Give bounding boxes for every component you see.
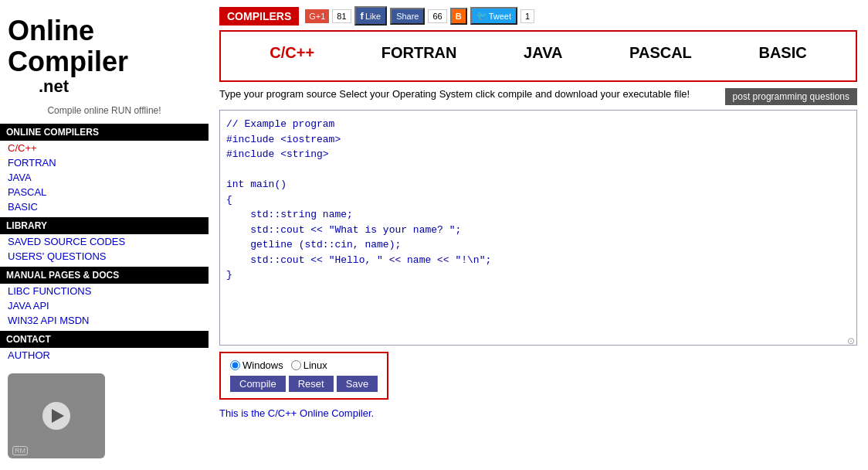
gplus-label: G+1 <box>309 12 325 21</box>
sidebar-item-basic[interactable]: BASIC <box>0 199 209 214</box>
compile-section: Windows Linux Compile Reset Save <box>219 352 388 400</box>
lang-nav: C/C++ FORTRAN JAVA PASCAL BASIC <box>219 30 857 82</box>
os-linux-label[interactable]: Linux <box>291 359 327 371</box>
code-editor[interactable] <box>220 111 856 342</box>
os-linux-text: Linux <box>303 359 327 371</box>
b-label: B <box>456 12 462 21</box>
sidebar-item-win32[interactable]: WIN32 API MSDN <box>0 313 209 328</box>
lang-pascal-link[interactable]: PASCAL <box>614 38 707 68</box>
manual-header: MANUAL PAGES & DOCS <box>0 267 209 284</box>
sidebar-item-java-api[interactable]: JAVA API <box>0 298 209 313</box>
footer-note: This is the C/C++ Online Compiler. <box>219 407 857 419</box>
lang-java-link[interactable]: JAVA <box>508 38 578 68</box>
logo-area: Online Compiler .net <box>0 8 209 100</box>
online-compilers-header: ONLINE COMPILERS <box>0 124 209 141</box>
sidebar-item-pascal[interactable]: PASCAL <box>0 185 209 199</box>
play-icon <box>52 409 64 423</box>
fb-icon: f <box>361 10 364 22</box>
tweet-bird-icon: 🐦 <box>476 11 487 21</box>
fb-like-button[interactable]: f Like <box>354 6 388 26</box>
lang-basic-link[interactable]: BASIC <box>743 38 822 68</box>
fb-count: 66 <box>428 9 446 23</box>
code-editor-wrapper: ⊙ <box>219 110 857 346</box>
sidebar-item-saved-source-codes[interactable]: SAVED SOURCE CODES <box>0 234 209 249</box>
b-button[interactable]: B <box>450 8 467 25</box>
sidebar-item-fortran[interactable]: FORTRAN <box>0 155 209 170</box>
video-thumbnail[interactable]: RM <box>8 373 105 458</box>
os-row: Windows Linux <box>230 359 378 371</box>
lang-cc-link[interactable]: C/C++ <box>254 38 330 68</box>
sidebar-item-author[interactable]: AUTHOR <box>0 348 209 363</box>
play-button[interactable] <box>42 402 70 430</box>
os-windows-text: Windows <box>242 359 283 371</box>
social-bar: G+1 81 f Like Share 66 B 🐦 Tweet 1 <box>305 6 534 26</box>
main-content: COMPILERS G+1 81 f Like Share 66 B � <box>209 0 868 470</box>
logo-line1: Online <box>8 15 201 46</box>
reset-button[interactable]: Reset <box>289 376 334 392</box>
sidebar-item-java[interactable]: JAVA <box>0 170 209 185</box>
rm-label: RM <box>12 446 28 455</box>
sidebar-item-users-questions[interactable]: USERS' QUESTIONS <box>0 249 209 264</box>
compilers-badge[interactable]: COMPILERS <box>219 7 299 26</box>
os-linux-radio[interactable] <box>291 360 301 370</box>
compile-button[interactable]: Compile <box>230 376 286 392</box>
gplus-count: 81 <box>332 9 351 23</box>
post-programming-button[interactable]: post programming questions <box>725 88 857 105</box>
library-header: LIBRARY <box>0 217 209 234</box>
top-bar: COMPILERS G+1 81 f Like Share 66 B � <box>219 6 857 26</box>
os-windows-radio[interactable] <box>230 360 240 370</box>
save-button[interactable]: Save <box>337 376 378 392</box>
tweet-count: 1 <box>520 9 534 23</box>
description-area: post programming questions Type your pro… <box>219 88 857 105</box>
contact-header: CONTACT <box>0 331 209 348</box>
tweet-label: Tweet <box>489 12 511 21</box>
os-windows-label[interactable]: Windows <box>230 359 283 371</box>
description-text: Type your program source Select your Ope… <box>219 88 690 100</box>
sidebar-item-libc[interactable]: LIBC FUNCTIONS <box>0 284 209 298</box>
resize-handle-icon[interactable]: ⊙ <box>847 335 855 343</box>
fb-like-label: Like <box>365 12 381 21</box>
gplus-button[interactable]: G+1 <box>305 9 329 23</box>
tweet-button[interactable]: 🐦 Tweet <box>470 7 517 25</box>
fb-share-label: Share <box>396 12 419 21</box>
fb-share-button[interactable]: Share <box>390 8 425 25</box>
lang-fortran-link[interactable]: FORTRAN <box>366 38 473 68</box>
sidebar-item-cc[interactable]: C/C++ <box>0 141 209 155</box>
btn-row: Compile Reset Save <box>230 376 378 392</box>
logo-line3: .net <box>8 77 201 97</box>
sidebar: Online Compiler .net Compile online RUN … <box>0 0 209 470</box>
logo-line2: Compiler <box>8 46 201 77</box>
tagline: Compile online RUN offline! <box>0 100 209 121</box>
